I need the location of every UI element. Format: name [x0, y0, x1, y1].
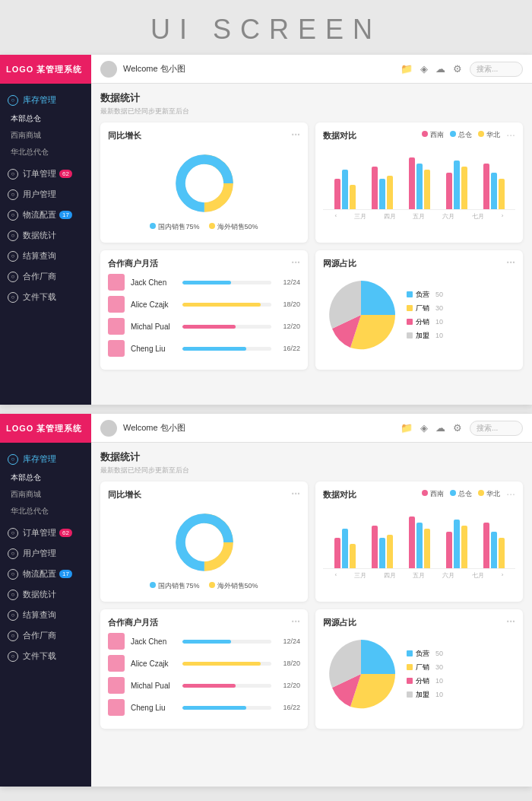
sidebar-sub-north-2[interactable]: 华北总代仓: [0, 503, 91, 520]
bar-group-0: [334, 170, 356, 209]
users-icon: ○: [8, 189, 18, 200]
sidebar-item-logistics-2[interactable]: ○ 物流配置 17: [0, 564, 91, 584]
merchant-avatar: [108, 318, 125, 335]
merchant-row: Jack Chen 12/24: [108, 274, 300, 291]
cloud-icon[interactable]: ☁: [435, 63, 445, 75]
sidebar-sub-southwest-2[interactable]: 西南商城: [0, 486, 91, 503]
section-title-2: 数据统计: [100, 450, 523, 464]
sidebar-logo: LOGO 某管理系统: [0, 55, 91, 84]
bar-chart-card: 数据对比 西南 总仓 华北 ···: [315, 122, 523, 243]
avatar-2: [100, 420, 117, 437]
merchant-avatar-2: [108, 655, 125, 672]
bar-chart-header: 数据对比 西南 总仓 华北 ···: [323, 130, 515, 146]
sidebar-sub-hq[interactable]: 本部总仓: [0, 110, 91, 127]
avatar: [100, 61, 117, 78]
merchant-score: 16/22: [277, 345, 300, 352]
pie-svg: [323, 277, 399, 353]
search-input-2[interactable]: 搜索...: [470, 421, 523, 436]
content-area-2: 数据统计 最新数据已经同步更新至后台 同比增长 ···: [91, 443, 532, 787]
sidebar-item-download-2[interactable]: ○ 文件下载: [0, 646, 91, 666]
merchant-row-2-0: Jack Chen 12/24: [108, 633, 300, 650]
logistics-badge: 17: [59, 211, 72, 219]
folder-icon[interactable]: 📁: [401, 63, 413, 75]
pie-legend-item: 厂销 30: [407, 304, 443, 313]
merchant-row-2-2: Michal Pual 12/20: [108, 677, 300, 694]
main-content: Welcome 包小图 📁 ◈ ☁ ⚙ 搜索... 数据统计 最新数据已经同步更…: [91, 55, 532, 405]
nav-arrow-left-2[interactable]: ‹: [334, 571, 337, 580]
merchant-avatar: [108, 274, 125, 291]
bar-chart-title-2: 数据对比: [323, 489, 356, 501]
bar-chart-header-2: 数据对比 西南 总仓 华北 ···: [323, 489, 515, 505]
content-area: 数据统计 最新数据已经同步更新至后台 同比增长 ···: [91, 84, 532, 405]
donut-container: 国内销售75% 海外销售50%: [108, 146, 300, 235]
gear-icon[interactable]: ⚙: [453, 63, 462, 75]
sidebar-item-data[interactable]: ○ 数据统计: [0, 225, 91, 246]
layers-icon-2[interactable]: ◈: [420, 422, 428, 434]
pie-legend: 负营 50 厂销 30 分销 10: [407, 290, 443, 341]
svg-point-7: [189, 527, 220, 558]
layers-icon[interactable]: ◈: [420, 63, 428, 75]
donut-container-2: 国内销售75% 海外销售50%: [108, 505, 300, 594]
merchant-avatar: [108, 296, 125, 313]
sidebar-item-data-2[interactable]: ○ 数据统计: [0, 584, 91, 605]
bar-labels-2: ‹ 三月 四月 五月 六月 七月 ›: [323, 569, 515, 580]
sidebar-item-logistics[interactable]: ○ 物流配置 17: [0, 205, 91, 225]
sidebar-sub-hq-2[interactable]: 本部总仓: [0, 469, 91, 486]
donut-svg-2: [170, 508, 239, 577]
sidebar-item-partner-2[interactable]: ○ 合作厂商: [0, 625, 91, 646]
sidebar-2: LOGO 某管理系统 ○ 库存管理 本部总仓 西南商城 华北总代仓 ○ 订单管理…: [0, 414, 91, 787]
bar-legend-2: 西南 总仓 华北 ···: [422, 489, 515, 500]
nav-arrow-right-2[interactable]: ›: [502, 571, 504, 580]
sidebar: LOGO 某管理系统 ○ 库存管理 本部总仓 西南商城 华北总代仓 ○ 订单管理…: [0, 55, 91, 405]
sidebar-sub-north[interactable]: 华北总代仓: [0, 144, 91, 161]
pie-container: 负营 50 厂销 30 分销 10: [323, 274, 515, 356]
pie-chart-card: 网源占比 ···: [315, 250, 523, 370]
merchant-avatar-2: [108, 633, 125, 650]
sidebar-item-finance-2[interactable]: ○ 结算查询: [0, 605, 91, 625]
nav-arrow-left[interactable]: ‹: [334, 212, 337, 221]
sidebar-item-orders-2[interactable]: ○ 订单管理 62: [0, 523, 91, 543]
merchant-row: Alice Czajk 18/20: [108, 296, 300, 313]
section-title: 数据统计: [100, 91, 523, 105]
header: Welcome 包小图 📁 ◈ ☁ ⚙ 搜索...: [91, 55, 532, 84]
sidebar-item-users-2[interactable]: ○ 用户管理: [0, 543, 91, 564]
inventory-icon: ○: [8, 95, 18, 106]
sidebar-sub-southwest[interactable]: 西南商城: [0, 127, 91, 144]
merchant-title-2: 合作商户月活 ···: [108, 617, 300, 628]
sidebar-item-finance[interactable]: ○ 结算查询: [0, 246, 91, 266]
merchant-card: 合作商户月活 ··· Jack Chen 12/24: [100, 250, 308, 370]
sidebar-item-download[interactable]: ○ 文件下载: [0, 287, 91, 307]
merchant-row-2-1: Alice Czajk 18/20: [108, 655, 300, 672]
merchant-bar-fill: [182, 303, 261, 307]
search-input[interactable]: 搜索...: [470, 62, 523, 77]
cloud-icon-2[interactable]: ☁: [435, 422, 445, 434]
donut-chart-card-2: 同比增长 ··· 国内销售75% 海外销售50%: [100, 482, 308, 602]
sidebar-item-users[interactable]: ○ 用户管理: [0, 184, 91, 205]
sidebar-item-orders[interactable]: ○ 订单管理 62: [0, 164, 91, 184]
merchant-avatar-2: [108, 699, 125, 716]
donut-legend: 国内销售75% 海外销售50%: [150, 222, 258, 232]
top-charts-row-2: 同比增长 ··· 国内销售75% 海外销售50%: [100, 482, 523, 602]
sidebar-item-partner[interactable]: ○ 合作厂商: [0, 266, 91, 287]
sidebar-item-inventory-2[interactable]: ○ 库存管理: [0, 449, 91, 469]
sidebar-item-inventory[interactable]: ○ 库存管理: [0, 90, 91, 110]
orders-icon: ○: [8, 169, 18, 180]
pie-chart-title: 网源占比 ···: [323, 258, 515, 269]
download-icon: ○: [8, 292, 18, 303]
merchant-row: Michal Pual 12/20: [108, 318, 300, 335]
page-title: UI SCREEN: [0, 0, 532, 55]
header-icons-2: 📁 ◈ ☁ ⚙ 搜索...: [401, 421, 523, 436]
svg-point-3: [189, 168, 220, 199]
merchant-bar-fill: [182, 281, 231, 284]
pie-svg-2: [323, 636, 399, 712]
welcome-text: Welcome 包小图: [123, 63, 394, 75]
gear-icon-2[interactable]: ⚙: [453, 422, 462, 434]
merchant-name: Michal Pual: [131, 323, 176, 331]
pie-chart-title-2: 网源占比 ···: [323, 617, 515, 628]
ui-instance-1: LOGO 某管理系统 ○ 库存管理 本部总仓 西南商城 华北总代仓 ○ 订单管理…: [0, 55, 532, 405]
donut-chart-title-2: 同比增长 ···: [108, 489, 300, 501]
section-subtitle-2: 最新数据已经同步更新至后台: [100, 466, 523, 475]
nav-arrow-right[interactable]: ›: [502, 212, 504, 221]
folder-icon-2[interactable]: 📁: [401, 422, 413, 434]
bar-group-3: [446, 161, 467, 209]
